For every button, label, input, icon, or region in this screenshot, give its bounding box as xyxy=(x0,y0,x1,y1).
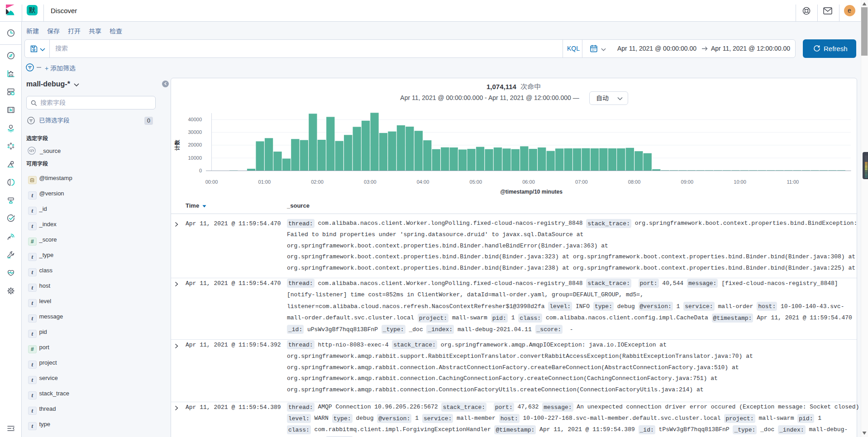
svg-text:06:00: 06:00 xyxy=(522,179,535,185)
svg-text:05:00: 05:00 xyxy=(470,179,482,185)
svg-text:@timestamp/10 minutes: @timestamp/10 minutes xyxy=(500,189,563,195)
svg-text:10000: 10000 xyxy=(188,155,202,161)
svg-text:09:00: 09:00 xyxy=(681,179,694,185)
svg-text:30000: 30000 xyxy=(188,129,202,135)
svg-text:01:00: 01:00 xyxy=(258,179,271,185)
svg-text:计数: 计数 xyxy=(174,139,181,151)
svg-text:0: 0 xyxy=(199,168,202,173)
svg-text:07:00: 07:00 xyxy=(575,179,588,185)
svg-text:08:00: 08:00 xyxy=(628,179,641,185)
svg-text:10:00: 10:00 xyxy=(734,179,746,185)
svg-text:04:00: 04:00 xyxy=(417,179,429,185)
svg-text:02:00: 02:00 xyxy=(311,179,324,185)
svg-text:00:00: 00:00 xyxy=(205,179,218,185)
svg-text:11:00: 11:00 xyxy=(787,179,799,185)
svg-text:03:00: 03:00 xyxy=(364,179,377,185)
svg-text:40000: 40000 xyxy=(188,117,202,122)
svg-text:20000: 20000 xyxy=(188,142,202,147)
